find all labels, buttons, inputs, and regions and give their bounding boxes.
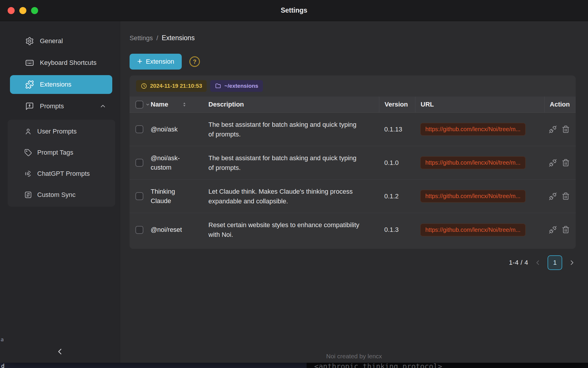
titlebar: Settings: [0, 0, 588, 21]
gear-icon: [25, 37, 34, 45]
folder-icon: [215, 83, 221, 89]
extension-description: The best assistant for batch asking and …: [208, 120, 361, 139]
background-protocol-text: <anthropic_thinking_protocol>: [314, 362, 442, 368]
sidebar-item-chatgpt-prompts[interactable]: ChatGPT Prompts: [8, 163, 115, 184]
tag-icon: [24, 149, 32, 156]
sidebar-item-label: Prompt Tags: [37, 149, 73, 156]
keyboard-icon: [25, 58, 34, 67]
trash-icon[interactable]: [562, 192, 570, 200]
table-row: @noi/ask-custom The best assistant for b…: [130, 146, 576, 180]
status-chips: 2024-11-19 21:10:53 ~/extensions: [130, 75, 576, 97]
extension-name: @noi/reset: [151, 225, 182, 234]
add-extension-button[interactable]: + Extension: [130, 54, 182, 70]
sidebar-item-user-prompts[interactable]: User Prompts: [8, 121, 115, 142]
settings-window: Settings General Keyboard Shortcuts: [0, 0, 588, 363]
sidebar-item-label: General: [40, 37, 63, 45]
breadcrumb-separator: /: [157, 34, 158, 42]
trash-icon[interactable]: [562, 125, 570, 134]
unplug-icon[interactable]: [549, 226, 557, 234]
openai-icon: [24, 170, 32, 178]
row-checkbox[interactable]: [135, 192, 143, 200]
trash-icon[interactable]: [562, 226, 570, 234]
select-all-checkbox[interactable]: [135, 101, 143, 109]
table-row: Thinking Claude Let Claude think. Makes …: [130, 180, 576, 213]
add-extension-label: Extension: [146, 58, 174, 65]
unplug-icon[interactable]: [549, 125, 557, 134]
column-label: Description: [208, 101, 244, 108]
help-label: ?: [193, 58, 196, 65]
zoom-button[interactable]: [31, 7, 38, 14]
extension-url-link[interactable]: https://github.com/lencx/Noi/tree/m...: [420, 190, 526, 202]
column-header-description: Description: [208, 101, 379, 108]
chevron-left-icon: [56, 347, 64, 356]
column-label: Name: [151, 101, 168, 108]
screen: <anthropic_thinking_protocol> a d Settin…: [0, 0, 588, 368]
sidebar-item-extensions[interactable]: Extensions: [10, 75, 112, 94]
table-row: @noi/ask The best assistant for batch as…: [130, 113, 576, 146]
traffic-lights: [8, 7, 38, 14]
pagination-page-button[interactable]: 1: [548, 255, 562, 270]
chevron-down-icon[interactable]: [145, 102, 150, 107]
unplug-icon[interactable]: [549, 192, 557, 200]
column-header-action: Action: [544, 97, 576, 112]
folder-path: ~/extensions: [224, 83, 258, 89]
user-icon: [24, 128, 32, 135]
plus-icon: +: [137, 57, 142, 66]
extensions-folder-chip[interactable]: ~/extensions: [210, 80, 263, 92]
clock-icon: [141, 83, 147, 89]
edge-text-fragment: d: [1, 363, 4, 368]
trash-icon[interactable]: [562, 159, 570, 167]
sidebar-collapse-button[interactable]: [52, 345, 68, 358]
sidebar-item-label: Prompts: [40, 102, 64, 110]
extension-url-link[interactable]: https://github.com/lencx/Noi/tree/m...: [420, 224, 526, 236]
extension-version: 0.1.3: [384, 226, 399, 234]
sidebar-item-keyboard-shortcuts[interactable]: Keyboard Shortcuts: [10, 53, 112, 72]
extension-name: Thinking Claude: [151, 187, 195, 206]
pagination-range: 1-4 / 4: [509, 259, 528, 266]
main-area: General Keyboard Shortcuts Extensions: [0, 21, 588, 363]
column-header-name[interactable]: Name: [151, 101, 208, 108]
extension-version: 0.1.0: [384, 159, 399, 167]
close-button[interactable]: [8, 7, 15, 14]
sync-box-icon: [24, 191, 32, 199]
sidebar-item-custom-sync[interactable]: Custom Sync: [8, 184, 115, 205]
help-button[interactable]: ?: [189, 56, 200, 67]
sidebar-item-general[interactable]: General: [10, 32, 112, 50]
pagination-prev-button[interactable]: [534, 259, 542, 266]
breadcrumb-extensions: Extensions: [162, 34, 195, 42]
prompts-subgroup: User Prompts Prompt Tags ChatGPT Prompts: [8, 120, 115, 207]
column-header-url: URL: [415, 97, 544, 112]
extension-description: Let Claude think. Makes Claude's thinkin…: [208, 187, 361, 206]
prompts-chat-icon: [25, 102, 34, 111]
sidebar-item-prompt-tags[interactable]: Prompt Tags: [8, 142, 115, 163]
extension-url-link[interactable]: https://github.com/lencx/Noi/tree/m...: [420, 123, 526, 136]
breadcrumb-settings[interactable]: Settings: [130, 34, 153, 42]
settings-content: Settings / Extensions + Extension ?: [120, 21, 588, 363]
extension-name: @noi/ask-custom: [151, 153, 195, 172]
extension-version: 0.1.13: [384, 126, 402, 133]
row-checkbox[interactable]: [135, 159, 143, 167]
extension-url-link[interactable]: https://github.com/lencx/Noi/tree/m...: [420, 156, 526, 169]
minimize-button[interactable]: [19, 7, 26, 14]
pagination-next-button[interactable]: [568, 259, 576, 266]
edge-text-fragment: a: [1, 336, 4, 342]
row-checkbox[interactable]: [135, 226, 143, 234]
sidebar-item-label: ChatGPT Prompts: [37, 170, 90, 178]
sidebar: General Keyboard Shortcuts Extensions: [0, 21, 120, 363]
chevron-up-icon[interactable]: [99, 103, 106, 110]
sidebar-item-label: Keyboard Shortcuts: [40, 59, 96, 67]
extension-name: @noi/ask: [151, 125, 178, 134]
sidebar-item-label: User Prompts: [37, 128, 77, 135]
row-checkbox[interactable]: [135, 125, 143, 133]
window-title: Settings: [281, 6, 307, 14]
extension-description: Reset certain website styles to enhance …: [208, 220, 361, 239]
column-header-version: Version: [379, 97, 415, 112]
unplug-icon[interactable]: [549, 159, 557, 167]
timestamp-value: 2024-11-19 21:10:53: [150, 83, 202, 89]
column-label: Version: [385, 101, 408, 108]
extension-description: The best assistant for batch asking and …: [208, 153, 361, 173]
extension-version: 0.1.2: [384, 193, 399, 200]
sidebar-item-prompts[interactable]: Prompts: [10, 97, 112, 116]
sort-icon[interactable]: [181, 101, 188, 108]
extensions-panel: 2024-11-19 21:10:53 ~/extensions: [130, 75, 576, 249]
